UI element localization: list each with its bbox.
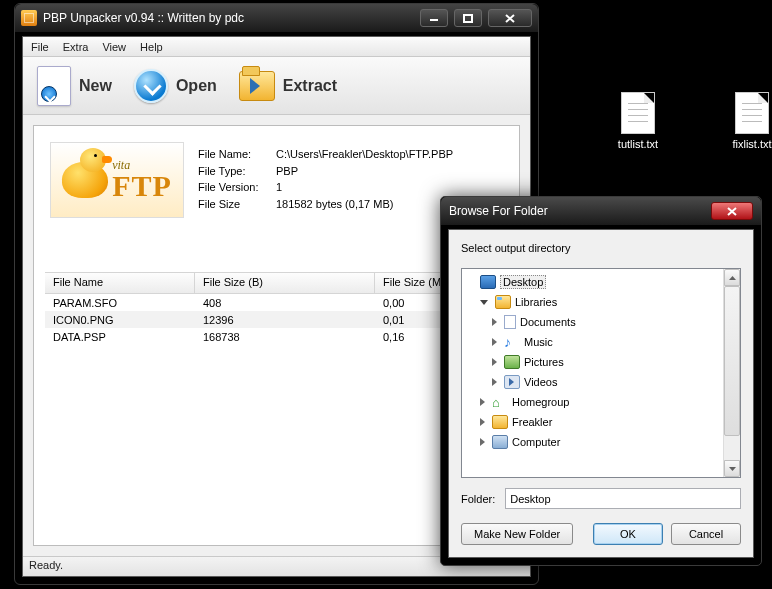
open-label: Open [176, 77, 217, 95]
info-value: 181582 bytes (0,17 MB) [276, 196, 393, 213]
close-button[interactable] [488, 9, 532, 27]
list-item[interactable]: ICON0.PNG 12396 0,01 [45, 311, 508, 328]
ok-button[interactable]: OK [593, 523, 663, 545]
folder-tree[interactable]: Desktop Libraries Documents ♪ Music [461, 268, 741, 478]
dialog-close-button[interactable] [711, 202, 753, 220]
toolbar: New Open Extract [23, 57, 530, 115]
info-key: File Size [198, 196, 266, 213]
text-file-icon [735, 92, 769, 134]
scrollbar[interactable] [723, 269, 740, 477]
extract-icon [239, 71, 275, 101]
tree-label: Pictures [524, 356, 564, 368]
expand-icon[interactable] [492, 338, 497, 346]
info-value: C:\Users\Freakler\Desktop\FTP.PBP [276, 146, 453, 163]
info-key: File Version: [198, 179, 266, 196]
expand-icon[interactable] [480, 300, 488, 305]
svg-rect-1 [464, 15, 472, 22]
tree-item-desktop[interactable]: Desktop [464, 272, 738, 292]
make-new-folder-button[interactable]: Make New Folder [461, 523, 573, 545]
new-label: New [79, 77, 112, 95]
column-header-size-b[interactable]: File Size (B) [195, 273, 375, 293]
extract-label: Extract [283, 77, 337, 95]
expand-icon[interactable] [480, 398, 485, 406]
tree-item-homegroup[interactable]: ⌂ Homegroup [464, 392, 738, 412]
thumb-title: FTP [112, 171, 172, 201]
cell-size-b: 12396 [195, 314, 375, 326]
titlebar[interactable]: PBP Unpacker v0.94 :: Written by pdc [15, 4, 538, 32]
menu-file[interactable]: File [31, 41, 49, 53]
scroll-up-button[interactable] [724, 269, 740, 286]
tree-item-libraries[interactable]: Libraries [464, 292, 738, 312]
music-icon: ♪ [504, 335, 520, 349]
expand-icon[interactable] [492, 318, 497, 326]
tree-label: Videos [524, 376, 557, 388]
svg-marker-6 [729, 276, 736, 280]
dialog-titlebar[interactable]: Browse For Folder [441, 197, 761, 225]
listview-header: File Name File Size (B) File Size (MB) [45, 272, 508, 294]
cell-size-b: 408 [195, 297, 375, 309]
tree-item-videos[interactable]: Videos [464, 372, 738, 392]
desktop-file[interactable]: fixlist.txt [722, 92, 772, 150]
homegroup-icon: ⌂ [492, 395, 508, 409]
desktop-file-label: tutlist.txt [608, 138, 668, 150]
info-key: File Type: [198, 163, 266, 180]
desktop-file-label: fixlist.txt [722, 138, 772, 150]
maximize-button[interactable] [454, 9, 482, 27]
folder-label: Folder: [461, 493, 495, 505]
expand-icon[interactable] [480, 418, 485, 426]
menu-extra[interactable]: Extra [63, 41, 89, 53]
tree-item-pictures[interactable]: Pictures [464, 352, 738, 372]
list-item[interactable]: DATA.PSP 168738 0,16 [45, 328, 508, 345]
dialog-title: Browse For Folder [449, 204, 711, 218]
extract-button[interactable]: Extract [239, 71, 337, 101]
info-value: 1 [276, 179, 282, 196]
info-key: File Name: [198, 146, 266, 163]
cancel-button[interactable]: Cancel [671, 523, 741, 545]
list-item[interactable]: PARAM.SFO 408 0,00 [45, 294, 508, 311]
tree-item-user[interactable]: Freakler [464, 412, 738, 432]
scroll-thumb[interactable] [724, 286, 740, 436]
tree-item-computer[interactable]: Computer [464, 432, 738, 452]
scroll-down-button[interactable] [724, 460, 740, 477]
tree-item-music[interactable]: ♪ Music [464, 332, 738, 352]
desktop-file[interactable]: tutlist.txt [608, 92, 668, 150]
tree-label: Desktop [500, 275, 546, 289]
pictures-icon [504, 355, 520, 369]
cell-name: DATA.PSP [45, 331, 195, 343]
tree-label: Libraries [515, 296, 557, 308]
documents-icon [504, 315, 516, 329]
expand-icon[interactable] [492, 358, 497, 366]
videos-icon [504, 375, 520, 389]
user-folder-icon [492, 415, 508, 429]
expand-icon[interactable] [492, 378, 497, 386]
tree-label: Music [524, 336, 553, 348]
cell-size-b: 168738 [195, 331, 375, 343]
tree-label: Freakler [512, 416, 552, 428]
tree-label: Computer [512, 436, 560, 448]
text-file-icon [621, 92, 655, 134]
app-icon [21, 10, 37, 26]
computer-icon [492, 435, 508, 449]
expand-icon[interactable] [480, 438, 485, 446]
browse-folder-dialog: Browse For Folder Select output director… [440, 196, 762, 566]
open-icon [134, 69, 168, 103]
file-thumbnail: vita FTP [50, 142, 184, 218]
menu-help[interactable]: Help [140, 41, 163, 53]
new-button[interactable]: New [37, 66, 112, 106]
dialog-message: Select output directory [449, 230, 753, 258]
info-value: PBP [276, 163, 298, 180]
cell-name: ICON0.PNG [45, 314, 195, 326]
new-file-icon [37, 66, 71, 106]
tree-label: Homegroup [512, 396, 569, 408]
status-text: Ready. [29, 559, 63, 571]
menu-view[interactable]: View [102, 41, 126, 53]
menubar: File Extra View Help [23, 37, 530, 57]
column-header-name[interactable]: File Name [45, 273, 195, 293]
desktop-icon [480, 275, 496, 289]
tree-item-documents[interactable]: Documents [464, 312, 738, 332]
open-button[interactable]: Open [134, 69, 217, 103]
minimize-button[interactable] [420, 9, 448, 27]
libraries-icon [495, 295, 511, 309]
cell-name: PARAM.SFO [45, 297, 195, 309]
folder-input[interactable] [505, 488, 741, 509]
